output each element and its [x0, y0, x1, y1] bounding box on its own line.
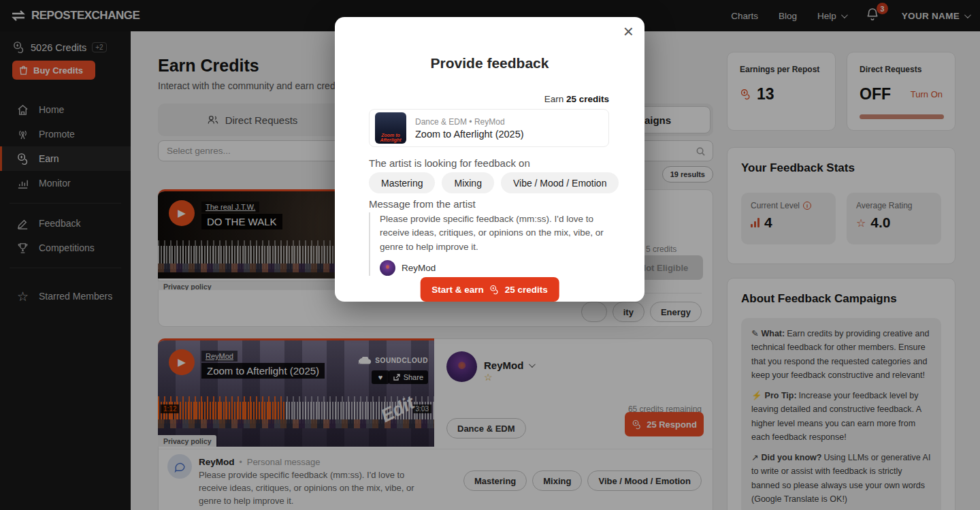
tag-pill: Mastering — [369, 172, 435, 193]
modal-feedback-tags: Mastering Mixing Vibe / Mood / Emotion — [369, 172, 619, 193]
artist-message-text: Please provide specific feedback (mm:ss)… — [380, 212, 614, 254]
modal-title: Provide feedback — [335, 55, 644, 71]
tag-pill: Mixing — [442, 172, 493, 193]
modal-track-card: Zoom to Afterlight Dance & EDM • ReyMod … — [369, 109, 609, 147]
artist-name: ReyMod — [402, 263, 436, 273]
feedback-on-label: The artist is looking for feedback on — [369, 157, 530, 169]
artist-message-quote: Please provide specific feedback (mm:ss)… — [369, 212, 614, 276]
close-icon[interactable]: × — [623, 22, 634, 40]
track-meta: Dance & EDM • ReyMod — [415, 117, 524, 127]
screen: REPOSTEXCHANGE Charts Blog Help 3 YOUR N… — [0, 0, 980, 510]
coins-icon — [489, 285, 500, 295]
track-title: Zoom to Afterlight (2025) — [415, 129, 524, 140]
artist-avatar — [380, 260, 395, 276]
start-and-earn-button[interactable]: Start & earn 25 credits — [420, 277, 559, 302]
provide-feedback-modal: × Provide feedback Earn 25 credits Zoom … — [335, 17, 644, 302]
earn-credits-label: Earn 25 credits — [544, 94, 609, 104]
artist-author-row: ReyMod — [380, 260, 614, 276]
track-thumbnail: Zoom to Afterlight — [375, 112, 406, 144]
tag-pill: Vibe / Mood / Emotion — [501, 172, 619, 193]
message-from-artist-label: Message from the artist — [369, 198, 476, 210]
